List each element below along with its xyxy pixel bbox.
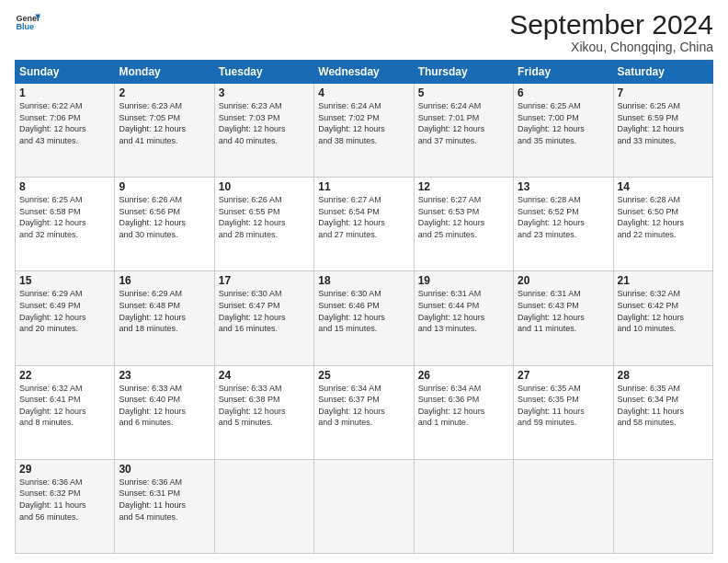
day-number: 5 — [418, 86, 509, 99]
day-number: 7 — [618, 86, 709, 99]
day-info: Sunrise: 6:33 AM Sunset: 6:38 PM Dayligh… — [219, 383, 310, 429]
calendar-row-3: 15Sunrise: 6:29 AM Sunset: 6:49 PM Dayli… — [16, 271, 713, 365]
day-number: 24 — [219, 369, 310, 382]
day-number: 9 — [119, 180, 210, 193]
calendar-cell — [414, 459, 513, 553]
calendar-row-2: 8Sunrise: 6:25 AM Sunset: 6:58 PM Daylig… — [16, 178, 713, 271]
calendar: Sunday Monday Tuesday Wednesday Thursday… — [15, 60, 713, 554]
calendar-cell: 6Sunrise: 6:25 AM Sunset: 7:00 PM Daylig… — [514, 84, 613, 178]
day-info: Sunrise: 6:31 AM Sunset: 6:44 PM Dayligh… — [418, 288, 509, 334]
day-number: 22 — [19, 369, 110, 382]
calendar-row-5: 29Sunrise: 6:36 AM Sunset: 6:32 PM Dayli… — [16, 459, 713, 553]
logo-icon: General Blue — [15, 9, 40, 35]
day-number: 4 — [318, 86, 409, 99]
svg-text:Blue: Blue — [16, 22, 34, 31]
day-info: Sunrise: 6:23 AM Sunset: 7:05 PM Dayligh… — [119, 100, 210, 146]
day-number: 3 — [219, 86, 310, 99]
day-info: Sunrise: 6:28 AM Sunset: 6:50 PM Dayligh… — [618, 194, 709, 240]
calendar-cell: 12Sunrise: 6:27 AM Sunset: 6:53 PM Dayli… — [414, 178, 513, 271]
day-number: 14 — [618, 180, 709, 193]
day-number: 23 — [119, 369, 210, 382]
calendar-cell: 4Sunrise: 6:24 AM Sunset: 7:02 PM Daylig… — [314, 84, 414, 178]
day-number: 27 — [518, 369, 609, 382]
day-info: Sunrise: 6:23 AM Sunset: 7:03 PM Dayligh… — [219, 100, 310, 146]
calendar-cell: 25Sunrise: 6:34 AM Sunset: 6:37 PM Dayli… — [314, 365, 414, 459]
day-number: 16 — [119, 274, 210, 287]
day-info: Sunrise: 6:25 AM Sunset: 6:59 PM Dayligh… — [618, 100, 709, 146]
day-number: 26 — [418, 369, 509, 382]
day-info: Sunrise: 6:30 AM Sunset: 6:46 PM Dayligh… — [318, 288, 409, 334]
weekday-header-row: Sunday Monday Tuesday Wednesday Thursday… — [16, 61, 713, 84]
day-info: Sunrise: 6:26 AM Sunset: 6:55 PM Dayligh… — [219, 194, 310, 240]
calendar-cell: 1Sunrise: 6:22 AM Sunset: 7:06 PM Daylig… — [16, 84, 115, 178]
day-info: Sunrise: 6:36 AM Sunset: 6:32 PM Dayligh… — [19, 477, 110, 523]
day-info: Sunrise: 6:32 AM Sunset: 6:41 PM Dayligh… — [19, 383, 110, 429]
day-info: Sunrise: 6:29 AM Sunset: 6:49 PM Dayligh… — [19, 288, 110, 334]
calendar-cell: 23Sunrise: 6:33 AM Sunset: 6:40 PM Dayli… — [115, 365, 214, 459]
day-info: Sunrise: 6:29 AM Sunset: 6:48 PM Dayligh… — [119, 288, 210, 334]
header-thursday: Thursday — [414, 61, 513, 84]
location: Xikou, Chongqing, China — [509, 40, 713, 54]
calendar-cell: 17Sunrise: 6:30 AM Sunset: 6:47 PM Dayli… — [214, 271, 313, 365]
month-title: September 2024 — [509, 9, 713, 40]
day-info: Sunrise: 6:35 AM Sunset: 6:35 PM Dayligh… — [518, 383, 609, 429]
calendar-cell: 19Sunrise: 6:31 AM Sunset: 6:44 PM Dayli… — [414, 271, 513, 365]
calendar-cell: 27Sunrise: 6:35 AM Sunset: 6:35 PM Dayli… — [514, 365, 613, 459]
header-sunday: Sunday — [16, 61, 115, 84]
day-number: 30 — [119, 463, 210, 476]
day-info: Sunrise: 6:31 AM Sunset: 6:43 PM Dayligh… — [518, 288, 609, 334]
calendar-cell: 13Sunrise: 6:28 AM Sunset: 6:52 PM Dayli… — [514, 178, 613, 271]
day-number: 15 — [19, 274, 110, 287]
calendar-cell: 5Sunrise: 6:24 AM Sunset: 7:01 PM Daylig… — [414, 84, 513, 178]
day-info: Sunrise: 6:34 AM Sunset: 6:36 PM Dayligh… — [418, 383, 509, 429]
day-info: Sunrise: 6:25 AM Sunset: 6:58 PM Dayligh… — [19, 194, 110, 240]
calendar-cell — [214, 459, 313, 553]
day-number: 10 — [219, 180, 310, 193]
calendar-cell — [613, 459, 712, 553]
day-number: 19 — [418, 274, 509, 287]
day-number: 20 — [518, 274, 609, 287]
day-number: 28 — [618, 369, 709, 382]
header-tuesday: Tuesday — [214, 61, 313, 84]
calendar-cell: 9Sunrise: 6:26 AM Sunset: 6:56 PM Daylig… — [115, 178, 214, 271]
day-info: Sunrise: 6:25 AM Sunset: 7:00 PM Dayligh… — [518, 100, 609, 146]
header-friday: Friday — [514, 61, 613, 84]
day-info: Sunrise: 6:34 AM Sunset: 6:37 PM Dayligh… — [318, 383, 409, 429]
day-info: Sunrise: 6:24 AM Sunset: 7:01 PM Dayligh… — [418, 100, 509, 146]
day-number: 21 — [618, 274, 709, 287]
day-info: Sunrise: 6:32 AM Sunset: 6:42 PM Dayligh… — [618, 288, 709, 334]
calendar-cell: 20Sunrise: 6:31 AM Sunset: 6:43 PM Dayli… — [514, 271, 613, 365]
calendar-cell: 3Sunrise: 6:23 AM Sunset: 7:03 PM Daylig… — [214, 84, 313, 178]
calendar-cell: 10Sunrise: 6:26 AM Sunset: 6:55 PM Dayli… — [214, 178, 313, 271]
logo: General Blue — [15, 9, 40, 35]
day-number: 29 — [19, 463, 110, 476]
page: General Blue September 2024 Xikou, Chong… — [0, 0, 728, 563]
calendar-cell — [514, 459, 613, 553]
calendar-row-1: 1Sunrise: 6:22 AM Sunset: 7:06 PM Daylig… — [16, 84, 713, 178]
day-info: Sunrise: 6:33 AM Sunset: 6:40 PM Dayligh… — [119, 383, 210, 429]
day-info: Sunrise: 6:24 AM Sunset: 7:02 PM Dayligh… — [318, 100, 409, 146]
day-info: Sunrise: 6:27 AM Sunset: 6:54 PM Dayligh… — [318, 194, 409, 240]
day-number: 25 — [318, 369, 409, 382]
calendar-cell: 18Sunrise: 6:30 AM Sunset: 6:46 PM Dayli… — [314, 271, 414, 365]
day-info: Sunrise: 6:35 AM Sunset: 6:34 PM Dayligh… — [618, 383, 709, 429]
day-info: Sunrise: 6:26 AM Sunset: 6:56 PM Dayligh… — [119, 194, 210, 240]
header-monday: Monday — [115, 61, 214, 84]
calendar-row-4: 22Sunrise: 6:32 AM Sunset: 6:41 PM Dayli… — [16, 365, 713, 459]
calendar-cell: 22Sunrise: 6:32 AM Sunset: 6:41 PM Dayli… — [16, 365, 115, 459]
calendar-cell — [314, 459, 414, 553]
title-block: September 2024 Xikou, Chongqing, China — [509, 9, 713, 54]
calendar-cell: 14Sunrise: 6:28 AM Sunset: 6:50 PM Dayli… — [613, 178, 712, 271]
calendar-cell: 11Sunrise: 6:27 AM Sunset: 6:54 PM Dayli… — [314, 178, 414, 271]
day-number: 11 — [318, 180, 409, 193]
calendar-cell: 30Sunrise: 6:36 AM Sunset: 6:31 PM Dayli… — [115, 459, 214, 553]
day-info: Sunrise: 6:36 AM Sunset: 6:31 PM Dayligh… — [119, 477, 210, 523]
header-wednesday: Wednesday — [314, 61, 414, 84]
header: General Blue September 2024 Xikou, Chong… — [15, 9, 713, 54]
day-number: 18 — [318, 274, 409, 287]
day-number: 1 — [19, 86, 110, 99]
calendar-cell: 24Sunrise: 6:33 AM Sunset: 6:38 PM Dayli… — [214, 365, 313, 459]
calendar-cell: 29Sunrise: 6:36 AM Sunset: 6:32 PM Dayli… — [16, 459, 115, 553]
day-number: 13 — [518, 180, 609, 193]
day-info: Sunrise: 6:28 AM Sunset: 6:52 PM Dayligh… — [518, 194, 609, 240]
